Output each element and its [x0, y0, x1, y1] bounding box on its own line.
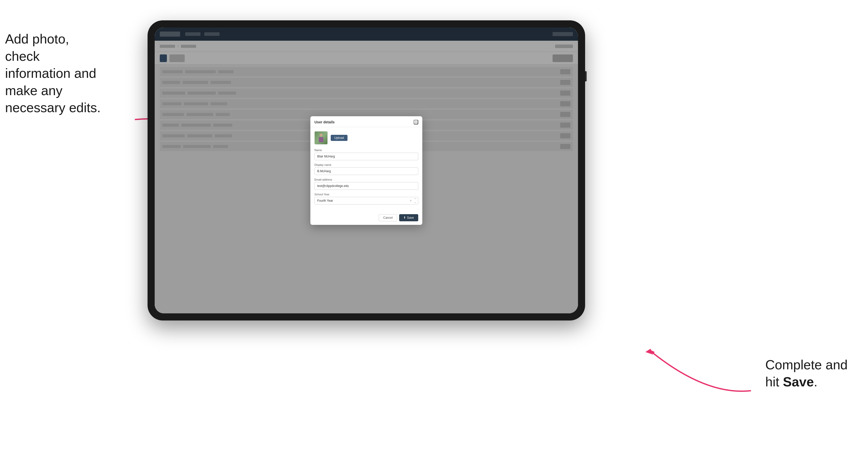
- name-field-group: Name: [314, 149, 418, 160]
- save-icon: ⬆: [403, 216, 406, 219]
- tablet-side-button: [585, 71, 587, 82]
- user-details-modal: User details ×: [310, 116, 422, 225]
- modal-overlay: User details ×: [155, 28, 578, 313]
- email-field-group: Email address: [314, 178, 418, 190]
- photo-row: Upload: [314, 131, 418, 145]
- app-background: /: [155, 28, 578, 313]
- email-label: Email address: [314, 178, 418, 181]
- school-year-input[interactable]: [314, 197, 418, 205]
- school-year-field-group: School Year × ⌃⌄: [314, 193, 418, 205]
- modal-title: User details: [314, 120, 335, 124]
- tablet-screen: /: [155, 28, 578, 313]
- person-silhouette: [319, 133, 323, 142]
- annotation-left: Add photo, check information and make an…: [5, 31, 107, 117]
- school-year-select-wrap: × ⌃⌄: [314, 197, 418, 205]
- person-head: [319, 133, 322, 136]
- display-name-label: Display name: [314, 163, 418, 166]
- arrow-right: [603, 324, 756, 401]
- annotation-right-line1: Complete and: [765, 357, 848, 372]
- modal-body: Upload Name Display name: [310, 127, 422, 212]
- save-button-label: Save: [407, 216, 414, 219]
- annotation-right-line2: hit Save.: [765, 374, 817, 389]
- name-input[interactable]: [314, 153, 418, 160]
- display-name-field-group: Display name: [314, 163, 418, 175]
- display-name-input[interactable]: [314, 167, 418, 175]
- photo-image: [315, 131, 328, 144]
- save-button[interactable]: ⬆ Save: [399, 214, 418, 221]
- email-input[interactable]: [314, 182, 418, 190]
- tablet-device: /: [148, 20, 585, 320]
- modal-close-button[interactable]: ×: [414, 120, 418, 124]
- name-label: Name: [314, 149, 418, 152]
- person-body: [319, 137, 323, 142]
- school-year-clear-icon[interactable]: ×: [410, 199, 412, 203]
- annotation-right: Complete and hit Save.: [765, 356, 848, 391]
- upload-photo-button[interactable]: Upload: [331, 135, 347, 141]
- school-year-arrow-icon: ⌃⌄: [414, 198, 416, 204]
- cancel-button[interactable]: Cancel: [379, 214, 397, 221]
- svg-marker-1: [645, 349, 653, 354]
- school-year-label: School Year: [314, 193, 418, 196]
- annotation-left-text: Add photo, check information and make an…: [5, 32, 101, 115]
- user-photo-thumbnail: [314, 131, 328, 145]
- modal-footer: Cancel ⬆ Save: [310, 212, 422, 225]
- modal-header: User details ×: [310, 116, 422, 127]
